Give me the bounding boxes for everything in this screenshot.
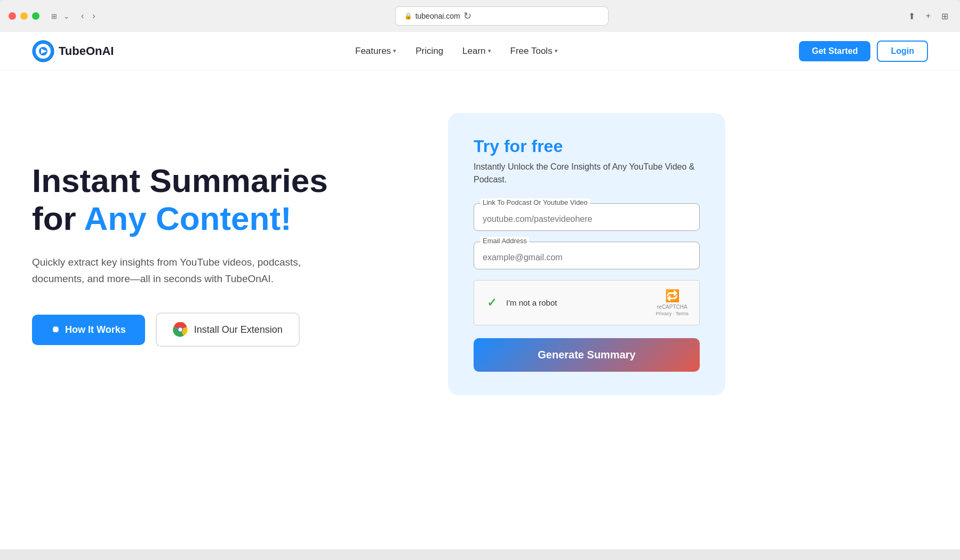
tab-overview-button[interactable]: ⊞: [938, 9, 951, 23]
get-started-button[interactable]: Get Started: [799, 41, 870, 61]
url-text: tubeonai.com: [415, 12, 460, 20]
video-url-label: Link To Podcast Or Youtube Video: [481, 198, 590, 206]
lock-icon: 🔒: [404, 12, 412, 20]
back-button[interactable]: ‹: [78, 10, 87, 22]
checkmark-icon: ✓: [487, 296, 497, 310]
login-button[interactable]: Login: [877, 41, 928, 62]
email-field-wrapper: Email Address: [474, 242, 700, 269]
recaptcha-box[interactable]: ✓ I'm not a robot 🔁 reCAPTCHA Privacy · …: [474, 280, 700, 325]
generate-summary-button[interactable]: Generate Summary: [474, 338, 700, 372]
minimize-button[interactable]: [20, 12, 28, 20]
close-button[interactable]: [9, 12, 16, 20]
hero-left: Instant Summaries for Any Content! Quick…: [32, 162, 405, 347]
install-extension-button[interactable]: Install Our Extension: [156, 313, 300, 347]
chevron-down-icon[interactable]: ⌄: [61, 11, 71, 21]
nav-ctas: Get Started Login: [799, 41, 928, 62]
recaptcha-links: Privacy · Terms: [656, 311, 689, 316]
refresh-button[interactable]: ↻: [463, 10, 471, 22]
how-it-works-button[interactable]: ⏺ How It Works: [32, 315, 145, 345]
nav-learn[interactable]: Learn ▾: [462, 46, 491, 57]
recaptcha-logo-icon: 🔁: [665, 289, 679, 303]
form-subtitle: Instantly Unlock the Core Insights of An…: [474, 161, 700, 186]
email-input[interactable]: [474, 242, 699, 269]
captcha-right: 🔁 reCAPTCHA Privacy · Terms: [656, 289, 689, 316]
logo[interactable]: TubeOnAI: [32, 40, 114, 62]
captcha-checkbox[interactable]: ✓: [485, 296, 499, 310]
forward-button[interactable]: ›: [89, 10, 98, 22]
video-url-group: Link To Podcast Or Youtube Video: [474, 203, 700, 231]
chevron-down-icon: ▾: [555, 47, 558, 54]
nav-free-tools[interactable]: Free Tools ▾: [510, 46, 558, 57]
chrome-icon: [173, 322, 188, 337]
new-tab-button[interactable]: +: [923, 9, 934, 23]
hero-right: Try for free Instantly Unlock the Core I…: [448, 113, 725, 395]
logo-text: TubeOnAI: [59, 44, 114, 58]
share-button[interactable]: ⬆: [905, 9, 918, 23]
logo-icon: [32, 40, 54, 62]
chevron-down-icon: ▾: [488, 47, 491, 54]
chevron-down-icon: ▾: [393, 47, 396, 54]
hero-section: Instant Summaries for Any Content! Quick…: [0, 70, 960, 427]
form-title: Try for free: [474, 137, 700, 156]
svg-point-6: [178, 328, 182, 332]
video-url-input[interactable]: [474, 204, 699, 230]
video-icon: ⏺: [51, 325, 60, 334]
nav-links: Features ▾ Pricing Learn ▾ Free Tools ▾: [355, 46, 558, 57]
maximize-button[interactable]: [32, 12, 39, 20]
form-panel: Try for free Instantly Unlock the Core I…: [448, 113, 725, 395]
email-group: Email Address: [474, 242, 700, 269]
hero-title: Instant Summaries for Any Content!: [32, 162, 405, 238]
hero-subtitle: Quickly extract key insights from YouTub…: [32, 254, 331, 287]
tab-grid-icon[interactable]: ⊞: [49, 11, 59, 21]
site-navbar: TubeOnAI Features ▾ Pricing Learn ▾ Free…: [0, 32, 960, 70]
nav-features[interactable]: Features ▾: [355, 46, 396, 57]
video-url-field-wrapper: Link To Podcast Or Youtube Video: [474, 203, 700, 231]
nav-pricing[interactable]: Pricing: [415, 46, 443, 57]
hero-buttons: ⏺ How It Works: [32, 313, 405, 347]
recaptcha-brand-label: reCAPTCHA: [657, 304, 687, 310]
captcha-left: ✓ I'm not a robot: [485, 296, 557, 310]
captcha-label: I'm not a robot: [506, 298, 557, 307]
email-label: Email Address: [481, 237, 529, 245]
address-bar[interactable]: 🔒 tubeonai.com ↻: [395, 6, 609, 26]
